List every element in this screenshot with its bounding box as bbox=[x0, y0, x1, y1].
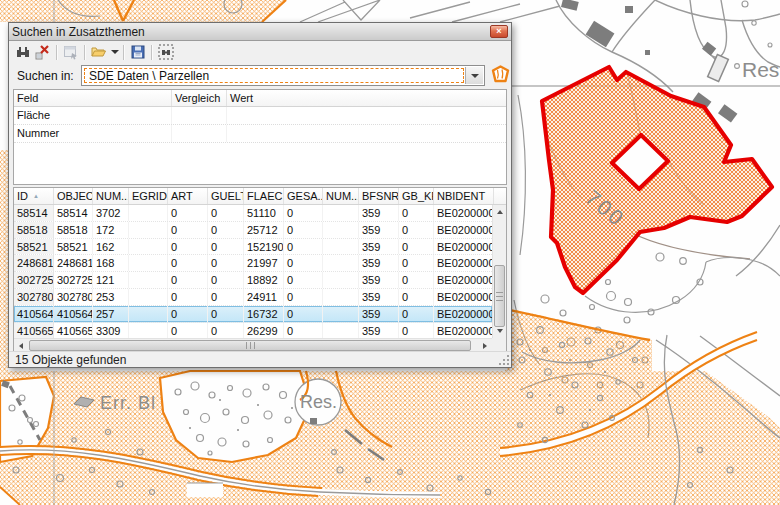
results-column-header[interactable]: GESA... bbox=[284, 188, 323, 204]
result-cell: 0 bbox=[168, 205, 208, 221]
results-column-header[interactable]: GUELT... bbox=[208, 188, 244, 204]
result-row[interactable]: 410564410564257001673203590BE020000005 bbox=[14, 306, 492, 323]
show-form-button[interactable] bbox=[61, 43, 81, 61]
result-cell bbox=[323, 255, 359, 271]
results-column-header[interactable]: NUM... bbox=[323, 188, 359, 204]
fields-column-header[interactable]: Vergleich bbox=[172, 90, 227, 106]
search-in-combobox[interactable]: SDE Daten \ Parzellen bbox=[81, 65, 485, 86]
results-column-header[interactable]: FLAEC... bbox=[244, 188, 284, 204]
open-button[interactable] bbox=[89, 43, 109, 61]
results-column-header[interactable]: BFSNR bbox=[359, 188, 399, 204]
results-table-header[interactable]: ID▲OBJEC...NUM...EGRIDARTGUELT...FLAEC..… bbox=[14, 188, 506, 205]
clear-search-button[interactable] bbox=[33, 43, 53, 61]
result-cell: 0 bbox=[399, 323, 434, 338]
scroll-up-button[interactable] bbox=[493, 205, 507, 219]
results-column-header[interactable]: ART bbox=[168, 188, 208, 204]
field-cell: Fläche bbox=[14, 107, 172, 124]
result-cell: 168 bbox=[93, 255, 129, 271]
resize-grip[interactable] bbox=[498, 354, 510, 366]
result-cell: 24911 bbox=[244, 289, 284, 305]
result-cell bbox=[129, 222, 168, 238]
field-row[interactable]: Fläche bbox=[14, 107, 506, 125]
results-table-body: 58514585143702005111003590BE020000005585… bbox=[14, 205, 492, 338]
result-cell: 253 bbox=[93, 289, 129, 305]
scrollbar-corner bbox=[492, 338, 506, 352]
result-cell: 0 bbox=[399, 306, 434, 322]
query-fields-table[interactable]: FeldVergleichWert FlächeNummer bbox=[13, 89, 507, 185]
result-cell bbox=[323, 239, 359, 255]
find-in-view-button[interactable] bbox=[156, 43, 176, 61]
result-cell: 58518 bbox=[54, 222, 93, 238]
dialog-titlebar[interactable]: Suchen in Zusatzthemen × bbox=[9, 23, 511, 41]
result-cell: 0 bbox=[399, 289, 434, 305]
results-column-header[interactable]: NUM... bbox=[93, 188, 129, 204]
result-cell: BE020000005 bbox=[434, 205, 492, 221]
result-row[interactable]: 302780302780253002491103590BE020000005 bbox=[14, 289, 492, 306]
result-cell bbox=[323, 205, 359, 221]
result-cell: 302780 bbox=[54, 289, 93, 305]
fields-table-header[interactable]: FeldVergleichWert bbox=[14, 90, 506, 107]
results-column-header[interactable]: ID▲ bbox=[14, 188, 54, 204]
result-cell: 172 bbox=[93, 222, 129, 238]
result-cell: 359 bbox=[359, 289, 399, 305]
status-text: 15 Objekte gefunden bbox=[15, 353, 126, 367]
result-cell: 0 bbox=[284, 255, 323, 271]
result-cell bbox=[323, 323, 359, 338]
result-cell: 359 bbox=[359, 323, 399, 338]
result-row[interactable]: 5851858518172002571203590BE020000005 bbox=[14, 222, 492, 239]
result-row[interactable]: 58521585211620015219003590BE020000005 bbox=[14, 239, 492, 256]
result-cell bbox=[323, 289, 359, 305]
fields-column-header[interactable]: Wert bbox=[227, 90, 507, 106]
vertical-scrollbar[interactable] bbox=[492, 205, 506, 338]
results-column-header[interactable]: NBIDENT bbox=[434, 188, 494, 204]
result-row[interactable]: 4105654105653309002629903590BE020000005 bbox=[14, 323, 492, 338]
err-bl-label: Err. Bl bbox=[100, 393, 156, 413]
result-cell bbox=[129, 205, 168, 221]
open-dropdown-button[interactable] bbox=[109, 43, 120, 61]
layer-symbol-button[interactable] bbox=[491, 65, 510, 84]
result-cell: 248681 bbox=[14, 255, 54, 271]
result-cell: 410565 bbox=[14, 323, 54, 338]
field-cell bbox=[172, 125, 227, 142]
result-cell: 359 bbox=[359, 205, 399, 221]
result-cell: 359 bbox=[359, 272, 399, 288]
result-row[interactable]: 58514585143702005111003590BE020000005 bbox=[14, 205, 492, 222]
field-cell bbox=[172, 107, 227, 124]
result-cell: 302725 bbox=[14, 272, 54, 288]
result-cell: 58521 bbox=[14, 239, 54, 255]
result-cell: 0 bbox=[399, 255, 434, 271]
result-cell: 58521 bbox=[54, 239, 93, 255]
vertical-scrollbar-thumb[interactable] bbox=[494, 265, 505, 327]
chevron-down-icon bbox=[471, 74, 479, 78]
find-in-view-icon bbox=[158, 44, 174, 60]
result-cell bbox=[323, 272, 359, 288]
result-cell: 0 bbox=[208, 306, 244, 322]
horizontal-scrollbar[interactable] bbox=[14, 338, 492, 352]
results-column-header[interactable]: OBJEC... bbox=[54, 188, 93, 204]
find-button[interactable] bbox=[13, 43, 33, 61]
result-cell: 0 bbox=[168, 222, 208, 238]
result-row[interactable]: 248681248681168002199703590BE020000005 bbox=[14, 255, 492, 272]
field-row[interactable]: Nummer bbox=[14, 125, 506, 143]
results-column-header[interactable]: GB_KR... bbox=[399, 188, 434, 204]
save-button[interactable] bbox=[128, 43, 148, 61]
res-top-label: Res. bbox=[742, 58, 780, 81]
result-cell: 359 bbox=[359, 306, 399, 322]
result-cell: 410564 bbox=[14, 306, 54, 322]
result-cell: 16732 bbox=[244, 306, 284, 322]
fields-column-header[interactable]: Feld bbox=[14, 90, 172, 106]
horizontal-scrollbar-thumb[interactable] bbox=[29, 340, 471, 351]
result-cell: 359 bbox=[359, 255, 399, 271]
res-bottom-label: Res. bbox=[300, 392, 337, 412]
combobox-dropdown-button[interactable] bbox=[465, 67, 483, 84]
result-cell: 0 bbox=[168, 272, 208, 288]
results-table[interactable]: ID▲OBJEC...NUM...EGRIDARTGUELT...FLAEC..… bbox=[13, 187, 507, 353]
results-column-header[interactable]: EGRID bbox=[129, 188, 168, 204]
result-cell: 162 bbox=[93, 239, 129, 255]
result-cell: 0 bbox=[399, 239, 434, 255]
scroll-down-button[interactable] bbox=[493, 324, 507, 338]
close-button[interactable]: × bbox=[490, 25, 508, 38]
search-in-row: Suchen in: SDE Daten \ Parzellen bbox=[9, 63, 511, 89]
result-row[interactable]: 302725302725121001889203590BE020000005 bbox=[14, 272, 492, 289]
sort-arrow-icon: ▲ bbox=[33, 193, 39, 199]
